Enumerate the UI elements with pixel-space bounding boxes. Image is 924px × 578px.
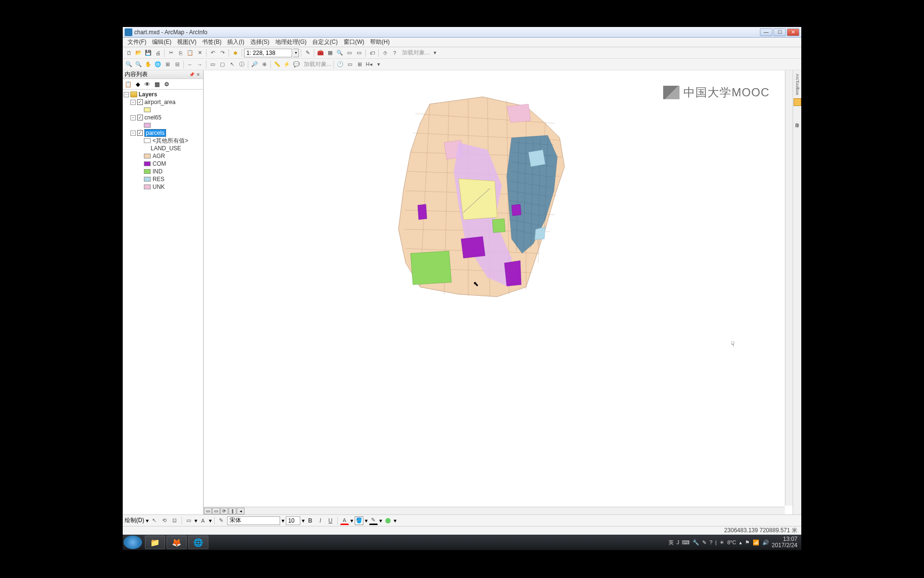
search-button[interactable]: 🔍 [335, 49, 344, 57]
size-combo[interactable]: 10 [286, 516, 300, 525]
maximize-button[interactable]: ☐ [773, 28, 786, 36]
font-color-button[interactable]: A [340, 516, 349, 525]
fill-color-button[interactable]: 🪣 [355, 516, 363, 525]
list-by-visibility-button[interactable]: 👁 [143, 80, 152, 89]
zoom-to-button[interactable]: ⊡ [170, 516, 179, 525]
undo-button[interactable]: ↶ [208, 49, 217, 57]
menu-edit[interactable]: 编辑(E) [149, 37, 174, 47]
editor-toolbar-button[interactable]: ✎ [303, 49, 312, 57]
vertical-scrollbar[interactable] [785, 70, 793, 506]
full-extent-button[interactable]: 🌐 [154, 60, 162, 69]
paste-button[interactable]: 📋 [186, 49, 194, 57]
layout-view-tab[interactable]: ▭ [212, 508, 220, 514]
italic-button[interactable]: I [316, 516, 325, 525]
tool-button-1[interactable]: ⊞ [355, 60, 364, 69]
rotate-button[interactable]: ⟲ [160, 516, 169, 525]
shape-dropdown[interactable]: ▾ [194, 517, 197, 524]
task-arcmap[interactable]: 🌐 [188, 536, 208, 549]
tray-lang[interactable]: 英 [668, 539, 674, 546]
find-button[interactable]: 🔎 [250, 60, 259, 69]
time-slider-button[interactable]: 🕐 [336, 60, 345, 69]
menu-view[interactable]: 视图(V) [174, 37, 199, 47]
zoom-in-button[interactable]: 🔍 [125, 60, 133, 69]
tray-temp[interactable]: 8°C [727, 539, 736, 545]
scroll-left-button[interactable]: ◂ [237, 508, 244, 514]
next-extent-button[interactable]: → [195, 60, 204, 69]
class-agr[interactable]: AGR [124, 152, 202, 160]
layer-checkbox[interactable]: ✓ [137, 130, 143, 136]
menu-file[interactable]: 文件(F) [125, 37, 149, 47]
list-by-selection-button[interactable]: ▦ [153, 80, 161, 89]
zoom-out-button[interactable]: 🔍 [134, 60, 143, 69]
layer-checkbox[interactable]: ✓ [137, 115, 143, 120]
tray-weather-icon[interactable]: ☀ [719, 539, 724, 546]
layers-root[interactable]: − Layers [124, 91, 202, 98]
tray-tool-icon[interactable]: 🔧 [693, 539, 699, 546]
toc-header[interactable]: 内容列表 📌 ✕ [123, 70, 203, 79]
task-explorer[interactable]: 📁 [145, 536, 165, 549]
menu-customize[interactable]: 自定义(C) [309, 37, 341, 47]
underline-button[interactable]: U [326, 516, 335, 525]
clear-selection-button[interactable]: ▢ [218, 60, 227, 69]
menu-bookmarks[interactable]: 书签(B) [199, 37, 224, 47]
open-button[interactable]: 📂 [134, 49, 143, 57]
refresh-button[interactable]: ⟳ [220, 508, 228, 514]
marker-color-button[interactable]: ⬤ [384, 516, 392, 525]
tray-keyboard-icon[interactable]: ⌨ [682, 539, 690, 546]
tray-edit-icon[interactable]: ✎ [702, 539, 706, 546]
class-res[interactable]: RES [124, 175, 202, 183]
new-button[interactable]: 🗋 [125, 49, 133, 57]
layer-checkbox[interactable]: ✓ [137, 99, 143, 105]
list-by-source-button[interactable]: ◆ [133, 80, 142, 89]
tray-volume-icon[interactable]: 🔊 [762, 539, 769, 546]
catalog-button[interactable]: ▦ [326, 49, 334, 57]
fixed-zoom-out-button[interactable]: ⊟ [173, 60, 181, 69]
hyperlink-button[interactable]: ⚡ [282, 60, 291, 69]
map-canvas[interactable]: ⬉ ☟ 中国大学MOOC [204, 70, 784, 506]
print-button[interactable]: 🖨 [154, 49, 162, 57]
select-elements-button[interactable]: ↖ [228, 60, 236, 69]
toolbox-button[interactable]: 🧰 [316, 49, 325, 57]
model-button[interactable]: ▭ [355, 49, 363, 57]
start-button[interactable] [124, 536, 142, 549]
list-by-drawing-button[interactable]: 📋 [124, 80, 132, 89]
arctoolbox-tab[interactable]: ArcToolbox [794, 72, 801, 96]
toc-pin-button[interactable]: 📌 [189, 72, 194, 78]
tool-button-2[interactable]: H◂ [365, 60, 373, 69]
help-button[interactable]: ? [390, 49, 399, 57]
horizontal-scrollbar[interactable]: ▭ ▭ ⟳ ‖ ◂ [204, 507, 785, 514]
collapse-icon[interactable]: − [124, 92, 129, 97]
line-color-button[interactable]: ✎ [369, 516, 378, 525]
draw-label[interactable]: 绘制(D) [125, 516, 144, 525]
menu-help[interactable]: 帮助(H) [367, 37, 393, 47]
html-popup-button[interactable]: 💬 [292, 60, 301, 69]
redo-button[interactable]: ↷ [218, 49, 227, 57]
task-firefox[interactable]: 🦊 [167, 536, 187, 549]
catalog-tab[interactable]: 目录 [794, 108, 801, 132]
tool-dropdown[interactable]: ▾ [374, 60, 383, 69]
label-button[interactable]: 🏷 [368, 49, 376, 57]
select-features-button[interactable]: ▭ [208, 60, 217, 69]
python-button[interactable]: ▭ [345, 49, 354, 57]
parcels-heading[interactable]: <其他所有值> [124, 137, 202, 144]
class-unk[interactable]: UNK [124, 183, 202, 191]
prev-extent-button[interactable]: ← [186, 60, 194, 69]
catalog-icon[interactable] [794, 98, 801, 106]
close-button[interactable]: ✕ [787, 28, 799, 36]
add-data-button[interactable]: ◆ [231, 49, 240, 57]
titlebar[interactable]: chart.mxd - ArcMap - ArcInfo — ☐ ✕ [123, 27, 801, 38]
pause-button[interactable]: ‖ [229, 508, 236, 514]
fixed-zoom-in-button[interactable]: ⊞ [163, 60, 172, 69]
layer-airport-area[interactable]: − ✓ airport_area [124, 98, 202, 106]
class-com[interactable]: COM [124, 160, 202, 168]
rectangle-tool[interactable]: ▭ [184, 516, 193, 525]
cut-button[interactable]: ✂ [167, 49, 175, 57]
menu-insert[interactable]: 插入(I) [224, 37, 247, 47]
text-dropdown[interactable]: ▾ [209, 517, 212, 524]
tray-clock[interactable]: 13:07 2017/2/24 [772, 536, 797, 549]
minimize-button[interactable]: — [760, 28, 772, 36]
collapse-icon[interactable]: − [130, 131, 136, 136]
collapse-icon[interactable]: − [130, 100, 136, 105]
scale-input[interactable]: 1: 228, 138 [244, 49, 292, 57]
toc-options-button[interactable]: ⚙ [162, 80, 171, 89]
